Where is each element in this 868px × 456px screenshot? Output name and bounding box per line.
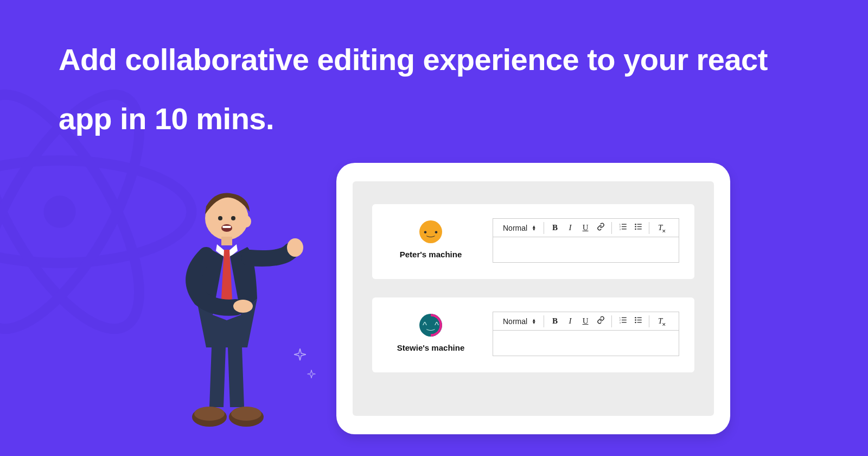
x-subscript-icon: ✕: [662, 322, 666, 327]
unordered-list-icon: [634, 223, 642, 233]
svg-point-11: [233, 300, 253, 313]
bold-button[interactable]: B: [547, 312, 563, 330]
toolbar-divider: [544, 315, 544, 327]
italic-button[interactable]: I: [563, 312, 578, 330]
svg-point-7: [231, 216, 235, 220]
unordered-list-button[interactable]: [630, 312, 646, 330]
x-subscript-icon: ✕: [662, 229, 666, 234]
user-column: •‿• Peter's machine: [387, 218, 474, 259]
svg-rect-30: [622, 318, 627, 318]
rich-text-editor: Normal ▲▼ B I U 123: [493, 312, 679, 356]
svg-point-39: [635, 322, 636, 324]
clear-format-button[interactable]: T✕: [653, 219, 668, 237]
toolbar-divider: [649, 315, 649, 327]
clear-format-button[interactable]: T✕: [653, 312, 668, 330]
ordered-list-icon: 123: [619, 223, 627, 233]
svg-text:3: 3: [619, 228, 621, 231]
svg-point-15: [194, 407, 225, 421]
link-icon: [597, 223, 605, 233]
text-style-value: Normal: [503, 317, 527, 326]
demo-canvas: •‿• Peter's machine Normal ▲▼ B I U: [353, 181, 714, 416]
machine-label: Stewie's machine: [397, 343, 464, 352]
toolbar-divider: [611, 315, 612, 327]
svg-rect-36: [637, 318, 641, 318]
toolbar-divider: [611, 222, 612, 234]
sparkle-icon: [293, 347, 307, 362]
svg-text:3: 3: [619, 321, 621, 324]
user-column: ^‿^ Stewie's machine: [387, 312, 474, 352]
sparkle-icon: [307, 369, 316, 379]
svg-rect-24: [637, 224, 641, 225]
editor-toolbar: Normal ▲▼ B I U 123: [493, 219, 679, 237]
editor-card: ^‿^ Stewie's machine Normal ▲▼ B I U: [372, 297, 694, 372]
editor-card: •‿• Peter's machine Normal ▲▼ B I U: [372, 204, 694, 279]
svg-rect-26: [637, 226, 641, 227]
toolbar-divider: [544, 222, 544, 234]
svg-rect-32: [622, 320, 627, 320]
ordered-list-button[interactable]: 123: [615, 312, 630, 330]
svg-rect-40: [637, 322, 641, 322]
svg-rect-28: [637, 229, 641, 229]
underline-button[interactable]: U: [578, 219, 593, 237]
svg-point-16: [231, 407, 261, 421]
underline-button[interactable]: U: [578, 312, 593, 330]
rich-text-editor: Normal ▲▼ B I U 123: [493, 218, 679, 263]
link-button[interactable]: [593, 312, 608, 330]
unordered-list-icon: [634, 316, 642, 326]
text-style-select[interactable]: Normal ▲▼: [499, 219, 540, 237]
bold-button[interactable]: B: [547, 219, 563, 237]
svg-rect-22: [622, 229, 627, 229]
svg-point-23: [635, 224, 636, 225]
demo-window: •‿• Peter's machine Normal ▲▼ B I U: [336, 163, 730, 434]
chevron-sort-icon: ▲▼: [532, 319, 536, 324]
svg-point-5: [241, 216, 251, 227]
svg-point-3: [43, 195, 75, 227]
text-style-value: Normal: [503, 224, 527, 232]
ordered-list-button[interactable]: 123: [615, 219, 630, 237]
toolbar-divider: [649, 222, 649, 234]
italic-button[interactable]: I: [563, 219, 578, 237]
editor-textarea[interactable]: [493, 237, 679, 262]
editor-toolbar: Normal ▲▼ B I U 123: [493, 312, 679, 331]
text-style-select[interactable]: Normal ▲▼: [499, 312, 540, 330]
machine-label: Peter's machine: [400, 250, 462, 259]
ordered-list-icon: 123: [619, 316, 627, 326]
link-button[interactable]: [593, 219, 608, 237]
avatar: ^‿^: [419, 314, 442, 337]
svg-point-35: [635, 317, 636, 319]
svg-rect-18: [622, 224, 627, 225]
chevron-sort-icon: ▲▼: [532, 225, 536, 231]
unordered-list-button[interactable]: [630, 219, 646, 237]
svg-rect-20: [622, 226, 627, 227]
svg-rect-34: [622, 322, 627, 322]
svg-point-6: [218, 216, 222, 220]
svg-point-27: [635, 229, 636, 230]
svg-point-12: [287, 238, 303, 257]
svg-rect-38: [637, 320, 641, 320]
svg-rect-10: [221, 237, 232, 245]
link-icon: [597, 316, 605, 326]
svg-rect-9: [222, 226, 231, 228]
svg-point-25: [635, 226, 636, 227]
avatar: •‿•: [419, 220, 442, 243]
svg-point-37: [635, 319, 636, 321]
presenter-character-icon: [163, 185, 304, 434]
page-title: Add collaborative editing experience to …: [59, 30, 825, 148]
editor-textarea[interactable]: [493, 331, 679, 356]
